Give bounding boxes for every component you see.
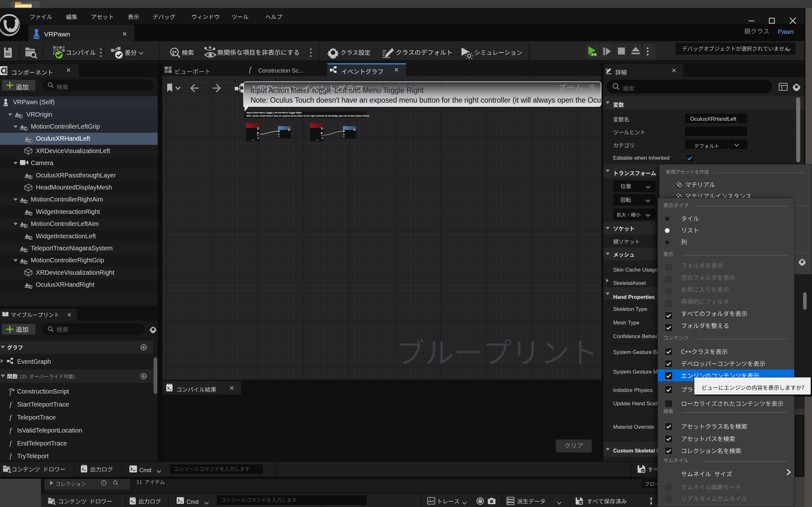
svg-text:f: f: [9, 389, 12, 396]
